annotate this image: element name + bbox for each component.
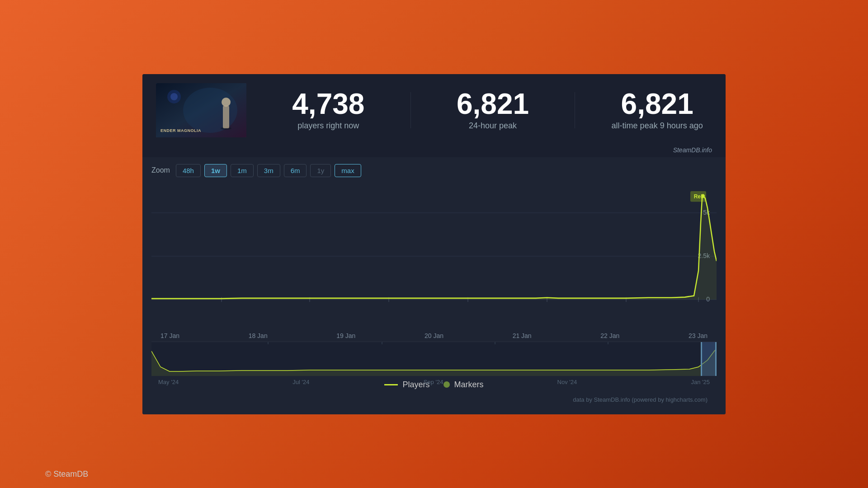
mini-chart-selection[interactable] bbox=[701, 342, 717, 376]
mini-chart: May '24 Jul '24 Sep '24 Nov '24 Jan '25 bbox=[151, 342, 717, 375]
zoom-6m-button[interactable]: 6m bbox=[284, 164, 307, 177]
svg-text:Rel: Rel bbox=[694, 193, 703, 199]
svg-point-4 bbox=[222, 98, 231, 107]
data-attribution: data by SteamDB.info (powered by highcha… bbox=[151, 394, 717, 408]
divider-1 bbox=[410, 92, 411, 128]
main-chart-svg: 5k 2.5k 0 Rel bbox=[151, 184, 717, 328]
all-time-peak-label: all-time peak 9 hours ago bbox=[612, 121, 703, 131]
zoom-1m-button[interactable]: 1m bbox=[231, 164, 254, 177]
peak-24h-block: 6,821 24-hour peak bbox=[438, 89, 548, 131]
mini-chart-right-handle[interactable] bbox=[715, 342, 717, 376]
main-chart-area bbox=[151, 196, 717, 299]
mini-x-jan25: Jan '25 bbox=[691, 379, 710, 385]
main-card: ENDER MAGNOLIA 4,738 players right now 6… bbox=[142, 74, 726, 414]
current-players-value: 4,738 bbox=[292, 89, 364, 118]
footer-copyright: © SteamDB bbox=[45, 469, 88, 479]
mini-chart-svg bbox=[151, 342, 717, 376]
x-label-18jan: 18 Jan bbox=[249, 332, 268, 339]
zoom-max-button[interactable]: max bbox=[335, 164, 361, 177]
all-time-peak-block: 6,821 all-time peak 9 hours ago bbox=[602, 89, 712, 131]
current-players-block: 4,738 players right now bbox=[274, 89, 383, 131]
zoom-48h-button[interactable]: 48h bbox=[176, 164, 201, 177]
current-players-label: players right now bbox=[297, 121, 359, 131]
zoom-1y-button[interactable]: 1y bbox=[310, 164, 331, 177]
mini-x-sep24: Sep '24 bbox=[424, 379, 443, 385]
mini-chart-x-labels: May '24 Jul '24 Sep '24 Nov '24 Jan '25 bbox=[151, 378, 717, 385]
steamdb-attribution: SteamDB.info bbox=[142, 146, 726, 157]
zoom-label: Zoom bbox=[151, 166, 170, 174]
zoom-controls: Zoom 48h 1w 1m 3m 6m 1y max bbox=[151, 164, 717, 177]
game-thumbnail: ENDER MAGNOLIA bbox=[156, 83, 246, 137]
peak-24h-value: 6,821 bbox=[457, 89, 529, 118]
header-section: ENDER MAGNOLIA 4,738 players right now 6… bbox=[142, 74, 726, 146]
svg-point-6 bbox=[170, 93, 178, 100]
x-label-17jan: 17 Jan bbox=[160, 332, 179, 339]
x-label-19jan: 19 Jan bbox=[336, 332, 355, 339]
x-label-20jan: 20 Jan bbox=[425, 332, 443, 339]
zoom-3m-button[interactable]: 3m bbox=[257, 164, 280, 177]
x-label-21jan: 21 Jan bbox=[513, 332, 532, 339]
all-time-peak-value: 6,821 bbox=[621, 89, 693, 118]
peak-dot bbox=[701, 194, 705, 198]
main-chart-x-labels: 17 Jan 18 Jan 19 Jan 20 Jan 21 Jan 22 Ja… bbox=[151, 328, 717, 342]
mini-chart-left-handle[interactable] bbox=[701, 342, 702, 376]
mini-x-nov24: Nov '24 bbox=[557, 379, 577, 385]
divider-2 bbox=[575, 92, 575, 128]
peak-24h-label: 24-hour peak bbox=[469, 121, 517, 131]
zoom-1w-button[interactable]: 1w bbox=[204, 164, 227, 177]
x-label-23jan: 23 Jan bbox=[689, 332, 708, 339]
svg-rect-3 bbox=[223, 106, 229, 128]
mini-x-may24: May '24 bbox=[158, 379, 179, 385]
main-chart: 5k 2.5k 0 Rel bbox=[151, 184, 717, 328]
main-chart-line bbox=[151, 196, 717, 298]
svg-text:ENDER MAGNOLIA: ENDER MAGNOLIA bbox=[160, 128, 201, 133]
mini-x-jul24: Jul '24 bbox=[292, 379, 309, 385]
x-label-22jan: 22 Jan bbox=[600, 332, 619, 339]
chart-section: Zoom 48h 1w 1m 3m 6m 1y max bbox=[142, 157, 726, 414]
